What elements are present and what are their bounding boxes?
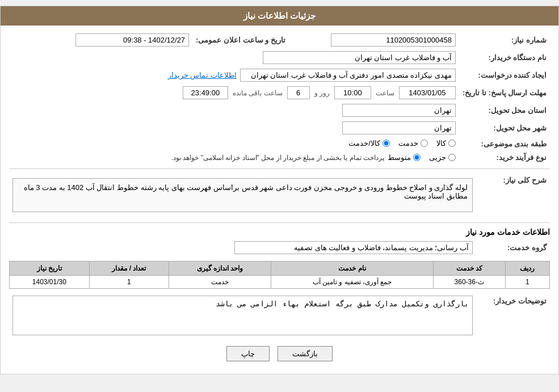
- label-buyer-comments: توضیحات خریدار:: [476, 293, 550, 339]
- purchase-radio-medium[interactable]: [413, 154, 421, 161]
- category-label-service: خدمت: [398, 139, 418, 147]
- purchase-type-radio-group: جزیی متوسط: [388, 153, 456, 162]
- divider-1: [9, 168, 550, 169]
- category-radio-goods[interactable]: [448, 140, 456, 147]
- service-group-value: آب رسانی؛ مدیریت پسماند، فاضلاب و فعالیت…: [234, 241, 473, 254]
- cell-unit: خدمت: [169, 276, 271, 289]
- delivery-province-value: تهران: [342, 104, 456, 117]
- deadline-time-label: ساعت: [376, 89, 394, 97]
- category-radio-service[interactable]: [421, 140, 428, 147]
- col-header-service-name: نام خدمت: [271, 262, 434, 276]
- label-buyer-org: نام دستگاه خریدار:: [459, 49, 550, 66]
- col-header-quantity: تعداد / مقدار: [89, 262, 169, 276]
- delivery-city-value: تهران: [342, 121, 456, 134]
- purchase-radio-partial[interactable]: [448, 154, 456, 161]
- category-option-goods[interactable]: کالا: [436, 139, 456, 147]
- category-radio-both[interactable]: [383, 140, 390, 147]
- col-header-rownum: ردیف: [505, 262, 549, 276]
- purchase-label-partial: جزیی: [429, 153, 446, 162]
- cell-need-date: 1403/01/30: [10, 276, 90, 289]
- page-title: جزئیات اطلاعات نیاز: [1, 6, 558, 26]
- deadline-remaining-value: 23:49:00: [183, 86, 228, 99]
- need-description-value: لوله گذاری و اصلاح خطوط ورودی و خروجی مخ…: [12, 178, 473, 212]
- table-row: 1 ث-36-360 جمع آوری، تصفیه و تامین آب خد…: [10, 276, 550, 289]
- label-service-group: گروه خدمت:: [476, 239, 550, 256]
- requester-contact-link[interactable]: اطلاعات تماس خریدار: [168, 71, 237, 79]
- col-header-need-date: تاریخ نیاز: [10, 262, 90, 276]
- category-label-goods: کالا: [436, 139, 446, 147]
- print-button[interactable]: چاپ: [226, 346, 270, 361]
- buyer-org-value: آب و فاضلاب غرب استان تهران: [263, 51, 456, 64]
- cell-service-code: ث-36-360: [433, 276, 505, 289]
- purchase-option-partial[interactable]: جزیی: [429, 153, 456, 162]
- category-radio-group: کالا خدمت کالا/خدمت: [348, 139, 456, 147]
- col-header-service-code: کد خدمت: [433, 262, 505, 276]
- deadline-days-value: 6: [287, 86, 310, 99]
- button-row: بازگشت چاپ: [9, 346, 550, 361]
- category-option-both[interactable]: کالا/خدمت: [348, 139, 390, 147]
- divider-2: [9, 222, 550, 223]
- requester-value: مهدی نیکزاده متصدی امور دفتری آب و فاضلا…: [240, 69, 456, 82]
- deadline-remaining-label: ساعت باقی مانده: [233, 89, 283, 97]
- need-number-value: 1102005301000458: [331, 33, 456, 47]
- category-option-service[interactable]: خدمت: [398, 139, 428, 147]
- back-button[interactable]: بازگشت: [278, 346, 333, 361]
- purchase-option-medium[interactable]: متوسط: [388, 153, 421, 162]
- purchase-note: پرداخت تمام یا بخشی از مبلغ خریدار از مح…: [171, 154, 384, 162]
- label-purchase-type: نوع فرآیند خرید:: [459, 151, 550, 164]
- deadline-date-value: 1403/01/05: [399, 86, 456, 99]
- label-requester: ایجاد کننده درخواست:: [459, 66, 550, 84]
- services-section-title: اطلاعات خدمات مورد نیاز: [9, 227, 550, 237]
- label-response-deadline: مهلت ارسال پاسخ: تا تاریخ:: [459, 84, 550, 102]
- cell-quantity: 1: [89, 276, 169, 289]
- label-delivery-province: استان محل تحویل:: [459, 102, 550, 119]
- cell-rownum: 1: [505, 276, 549, 289]
- label-category: طبقه بندی موضوعی:: [459, 137, 550, 151]
- label-delivery-city: شهر محل تحویل:: [459, 119, 550, 137]
- purchase-label-medium: متوسط: [388, 153, 411, 162]
- col-header-unit: واحد اندازه گیری: [169, 262, 271, 276]
- cell-service-name: جمع آوری، تصفیه و تامین آب: [271, 276, 434, 289]
- announcement-datetime-value: 1402/12/27 - 09:38: [75, 33, 189, 47]
- deadline-time-value: 10:00: [334, 86, 371, 99]
- deadline-days-label: روز و: [314, 89, 330, 97]
- label-need-description: شرح کلی نیاز:: [476, 172, 550, 218]
- services-table: ردیف کد خدمت نام خدمت واحد اندازه گیری ت…: [9, 261, 550, 289]
- label-announcement-datetime: تاریخ و ساعت اعلان عمومی:: [192, 31, 289, 49]
- category-label-both: کالا/خدمت: [348, 139, 380, 147]
- buyer-comments-textarea[interactable]: [12, 296, 473, 335]
- label-need-number: شماره نیاز:: [459, 31, 550, 49]
